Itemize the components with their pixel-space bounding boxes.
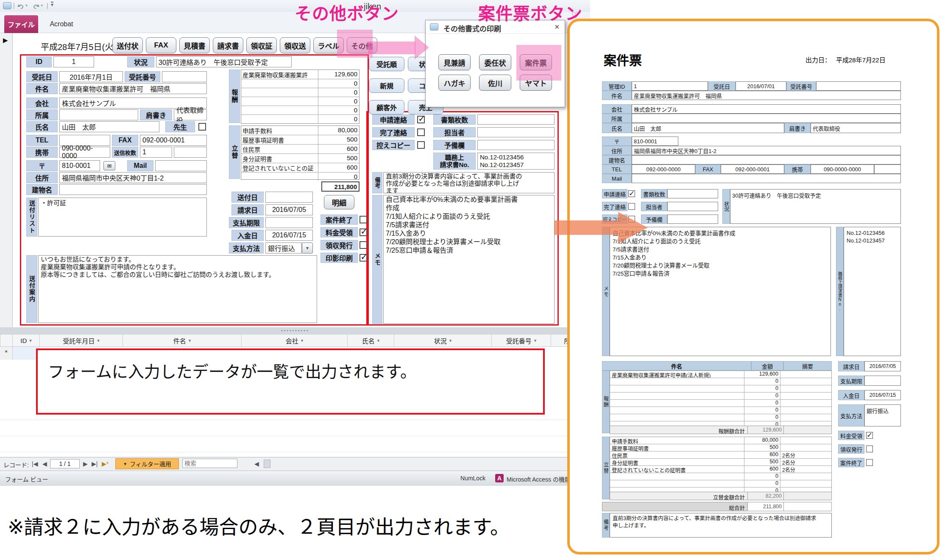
filter-dropdown-icon[interactable]: ▾: [301, 338, 304, 343]
payment-method-field[interactable]: 銀行振込: [265, 242, 302, 254]
redo-icon[interactable]: [32, 3, 40, 9]
katagaki-field[interactable]: 代表取締役: [174, 109, 207, 120]
jutaku-no-field[interactable]: [162, 71, 207, 82]
id-field[interactable]: 1: [53, 56, 94, 67]
inei-insatsu-checkbox[interactable]: [360, 254, 367, 262]
kigen-field[interactable]: [265, 217, 313, 228]
toolbar-button[interactable]: 請求書: [213, 37, 243, 53]
filter-dropdown-icon[interactable]: ▾: [189, 338, 191, 343]
record-selector-strip[interactable]: ▶: [0, 33, 13, 327]
tab-file[interactable]: ファイル: [4, 15, 38, 33]
envelope-icon[interactable]: ✉: [103, 161, 115, 170]
fee-row[interactable]: 0: [241, 115, 359, 123]
select-all-cell[interactable]: [0, 334, 13, 347]
ryoshu-hakko-checkbox[interactable]: [360, 241, 367, 249]
yubin-field[interactable]: 810-0001: [59, 160, 100, 171]
shozoku-field[interactable]: [59, 109, 138, 120]
record-position[interactable]: 1 / 1: [50, 459, 80, 468]
sofu-list-field[interactable]: ・許可証: [38, 198, 207, 237]
soshin-field[interactable]: 1: [140, 147, 172, 158]
nav-last-icon[interactable]: ▶|: [92, 460, 98, 467]
print-format-button[interactable]: ハガキ: [438, 75, 471, 91]
fee-row[interactable]: 0: [241, 79, 359, 88]
fax-field[interactable]: 092-000-0001: [140, 135, 207, 146]
scroll-left-icon[interactable]: ◀: [254, 460, 259, 467]
hikae-copy-checkbox[interactable]: [417, 141, 425, 149]
jusho-field[interactable]: 福岡県福岡市中央区天神0丁目1-2: [59, 172, 207, 183]
nav-first-icon[interactable]: |◀: [32, 460, 38, 467]
search-input[interactable]: [182, 459, 237, 468]
payment-method-dropdown-icon[interactable]: ▾: [302, 242, 313, 254]
status-field[interactable]: 30許可連絡あり 午後窓口受取予定: [156, 56, 292, 67]
print-format-button[interactable]: 見兼請: [438, 54, 471, 70]
sensei-checkbox[interactable]: [198, 123, 206, 131]
tantosha-field[interactable]: [477, 127, 555, 137]
shokumu-field[interactable]: No.12-0123456 No.12-0123457: [477, 153, 555, 170]
anken-shuryo-checkbox[interactable]: [360, 216, 367, 223]
mail-field[interactable]: [155, 160, 207, 171]
shinsei-renraku-checkbox[interactable]: [417, 116, 425, 123]
nav-next-icon[interactable]: ▶: [83, 460, 88, 467]
keitai-field[interactable]: 090-0000-0000: [59, 147, 110, 158]
toolbar-button[interactable]: 領収送: [280, 37, 310, 53]
toolbar-button[interactable]: 送付状: [112, 37, 143, 53]
toolbar-button[interactable]: FAX: [146, 37, 176, 53]
memo-field[interactable]: 自己資本比率が0%未満のため要事業計画書 作成 7/1知人紹介により面談のうえ受…: [383, 195, 555, 324]
side-button[interactable]: 顧客外: [369, 100, 404, 114]
nav-new-record-icon[interactable]: ▶*: [102, 460, 109, 467]
nyukin-date-field[interactable]: 2016/07/15: [265, 230, 313, 241]
biko-field[interactable]: 直前3期分の決算書内容によって、事業計画書の 作成が必要となった場合は別途御請求…: [383, 172, 555, 193]
fee-row[interactable]: 0: [241, 88, 359, 97]
seikyu-date-field[interactable]: 2016/07/05: [265, 204, 313, 215]
fee-row[interactable]: 0: [241, 97, 359, 106]
splitter-handle[interactable]: ··········: [0, 327, 590, 334]
filter-dropdown-icon[interactable]: ▾: [29, 338, 32, 343]
column-header-kenmei[interactable]: 件名▾: [123, 334, 242, 347]
sofu-date-field[interactable]: [265, 192, 313, 203]
meisai-button[interactable]: 明細: [324, 195, 354, 209]
report-fee-row: 履歴事項証明書500: [610, 444, 831, 451]
undo-icon[interactable]: [17, 3, 25, 9]
ryokin-juryo-checkbox[interactable]: [360, 228, 367, 236]
fee-row[interactable]: 0: [241, 106, 359, 115]
column-header-shimei[interactable]: 氏名▾: [348, 334, 394, 347]
filter-applied-chip[interactable]: ▼ フィルター適用: [115, 458, 179, 469]
fee-row[interactable]: 身分証明書500: [241, 154, 359, 163]
toolbar-button[interactable]: 見積書: [179, 37, 210, 53]
tab-acrobat[interactable]: Acrobat: [42, 15, 81, 33]
fee-row[interactable]: 申請手数料80,000: [241, 126, 359, 135]
tatemono-field[interactable]: [59, 184, 207, 195]
side-button[interactable]: 受託順: [369, 57, 404, 71]
filter-dropdown-icon[interactable]: ▾: [449, 338, 452, 343]
redo-dropdown-icon[interactable]: ▾: [41, 3, 43, 8]
filter-dropdown-icon[interactable]: ▾: [534, 338, 537, 343]
column-header-id[interactable]: ID▾: [13, 334, 40, 347]
shorui-maisu-field[interactable]: [477, 114, 555, 125]
kenmei-field[interactable]: 産業廃棄物収集運搬業許可 福岡県: [59, 83, 207, 94]
soshin-extra-field[interactable]: [174, 147, 207, 158]
fee-row[interactable]: 登記されていないことの証600: [241, 163, 359, 173]
print-format-button[interactable]: 佐川: [479, 75, 511, 91]
column-header-kaisha[interactable]: 会社▾: [242, 334, 348, 347]
jutaku-date-field[interactable]: 2016年7月1日: [59, 71, 123, 82]
side-button[interactable]: 新規: [369, 78, 404, 93]
qat-customize-icon[interactable]: ▾: [51, 2, 53, 7]
print-format-button[interactable]: 委任状: [479, 54, 511, 70]
fee-row[interactable]: 履歴事項証明書500: [241, 135, 359, 145]
filter-dropdown-icon[interactable]: ▾: [97, 338, 100, 343]
yobiran-field[interactable]: [477, 140, 555, 150]
undo-dropdown-icon[interactable]: ▾: [25, 3, 28, 8]
fee-row[interactable]: 住民票600: [241, 145, 359, 154]
column-header-jokyo[interactable]: 状況▾: [394, 334, 492, 347]
sofu-annai-field[interactable]: いつもお世話になっております。 産業廃棄物収集運搬業許可申請の件となります。 原…: [38, 255, 317, 323]
fee-row[interactable]: 0: [241, 173, 359, 181]
column-header-jutaku-date[interactable]: 受託年月日▾: [40, 334, 123, 347]
kanryo-renraku-checkbox[interactable]: [417, 128, 425, 136]
horizontal-scrollbar-thumb[interactable]: [264, 460, 270, 468]
shimei-field[interactable]: 山田 太郎: [59, 121, 159, 132]
column-header-jutaku-no[interactable]: 受託番号▾: [492, 334, 551, 347]
nav-prev-icon[interactable]: ◀: [42, 460, 47, 467]
toolbar-button[interactable]: 領収証: [246, 37, 277, 53]
filter-dropdown-icon[interactable]: ▾: [377, 338, 380, 343]
fee-row[interactable]: 産業廃棄物収集運搬業許129,600: [241, 70, 359, 79]
